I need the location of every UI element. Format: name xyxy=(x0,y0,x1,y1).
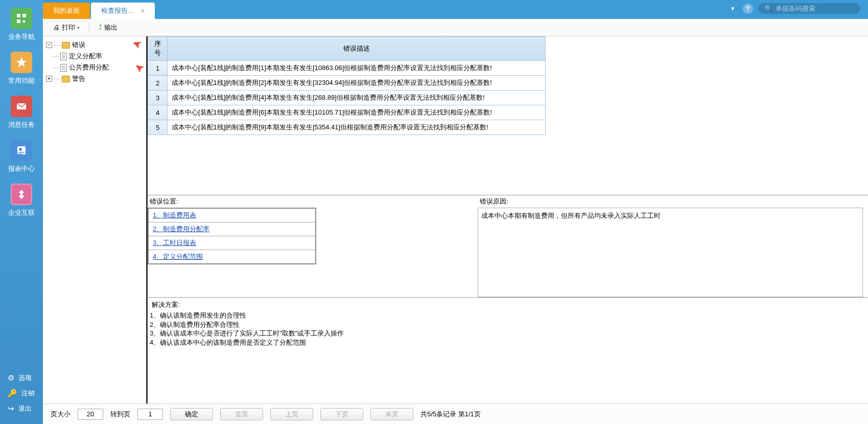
right-panel: 序号 错误描述 1成本中心[装配1线]的制造费用[1]本期发生有发生[10863… xyxy=(148,36,868,404)
close-icon[interactable]: × xyxy=(140,7,145,15)
svg-point-5 xyxy=(19,148,22,151)
goto-label: 转到页 xyxy=(110,410,130,419)
tab-report[interactable]: 检查报告…× xyxy=(91,3,155,19)
sidebar-label: 常用功能 xyxy=(8,76,35,85)
report-icon xyxy=(11,140,32,161)
bottom-exit[interactable]: ↪退出 xyxy=(0,401,43,416)
tree-panel: − 错误 定义分配率 公共费用分配 + 警告 xyxy=(43,36,148,404)
top-tabs: 我的桌面 检查报告…× ▾ ? 🔍 xyxy=(43,0,868,19)
nav-icon xyxy=(11,8,32,29)
solution-section: 解决方案: 1、确认该制造费用发生的合理性2、确认制造费用分配率合理性3、确认该… xyxy=(148,297,868,349)
connect-icon xyxy=(11,184,32,205)
svg-rect-0 xyxy=(17,14,20,17)
location-link[interactable]: 1、制造费用表 xyxy=(153,211,196,219)
sidebar-item-fav[interactable]: 常用功能 xyxy=(8,52,35,85)
mail-icon xyxy=(11,96,32,117)
exit-icon: ↪ xyxy=(8,404,14,413)
star-icon xyxy=(11,52,32,73)
goto-input[interactable] xyxy=(137,409,163,420)
bottom-options[interactable]: ⚙选项 xyxy=(0,370,43,386)
document-icon xyxy=(60,53,67,60)
next-page-button[interactable]: 下页 xyxy=(320,408,363,420)
tree-node-child2[interactable]: 公共费用分配 xyxy=(60,62,143,73)
printer-icon: 🖨 xyxy=(53,24,60,31)
footer-pager: 页大小 转到页 确定 首页 上页 下页 末页 共5/5条记录 第1/1页 xyxy=(43,404,868,424)
table-row[interactable]: 3成本中心[装配1线]的制造费用[4]本期发生有发生[268.89]但根据制造费… xyxy=(148,91,546,105)
last-page-button[interactable]: 末页 xyxy=(370,408,413,420)
search-icon: 🔍 xyxy=(764,5,772,12)
toolbar: 🖨 打印 ▾ ⤴ 输出 xyxy=(43,19,868,36)
left-sidebar: 业务导航 常用功能 消息任务 报表中心 企业互联 ⚙选项 🔑注销 ↪退出 xyxy=(0,0,43,424)
print-button[interactable]: 🖨 打印 ▾ xyxy=(49,21,84,34)
table-row[interactable]: 5成本中心[装配1线]的制造费用[9]本期发生有发生[5354.41]但根据制造… xyxy=(148,120,546,135)
sidebar-label: 业务导航 xyxy=(8,32,35,41)
export-button[interactable]: ⤴ 输出 xyxy=(95,21,122,34)
page-size-label: 页大小 xyxy=(51,410,71,419)
folder-icon xyxy=(62,76,70,82)
reason-box: 成本中心本期有制造费用，但所有产品均未录入实际人工工时 xyxy=(478,208,863,297)
mid-section: 错误位置: 1、制造费用表2、制造费用分配率3、工时日报表4、定义分配范围 错误… xyxy=(148,195,868,297)
tree-node-child1[interactable]: 定义分配率 xyxy=(60,51,143,62)
sidebar-label: 企业互联 xyxy=(8,208,35,217)
location-table: 1、制造费用表2、制造费用分配率3、工时日报表4、定义分配范围 xyxy=(148,208,316,264)
sidebar-item-nav[interactable]: 业务导航 xyxy=(8,8,35,41)
search-input[interactable] xyxy=(776,5,854,12)
page-size-input[interactable] xyxy=(78,409,103,420)
pager-info: 共5/5条记录 第1/1页 xyxy=(420,410,481,419)
table-row[interactable]: 1成本中心[装配1线]的制造费用[1]本期发生有发生[10863.06]但根据制… xyxy=(148,61,546,76)
error-table-wrap: 序号 错误描述 1成本中心[装配1线]的制造费用[1]本期发生有发生[10863… xyxy=(148,36,868,195)
reason-label: 错误原因: xyxy=(478,195,868,208)
tree-node-warn[interactable]: + 警告 xyxy=(46,73,143,84)
confirm-button[interactable]: 确定 xyxy=(170,408,213,420)
location-link[interactable]: 3、工时日报表 xyxy=(153,239,196,247)
location-link[interactable]: 4、定义分配范围 xyxy=(153,253,203,260)
first-page-button[interactable]: 首页 xyxy=(220,408,263,420)
chevron-down-icon[interactable]: ▾ xyxy=(731,5,735,12)
export-icon: ⤴ xyxy=(99,24,102,31)
sidebar-item-report[interactable]: 报表中心 xyxy=(8,140,35,173)
main-area: 🖨 打印 ▾ ⤴ 输出 − 错误 定义分配率 xyxy=(43,19,868,424)
collapse-icon[interactable]: − xyxy=(46,42,52,48)
solution-label: 解决方案: xyxy=(150,299,866,311)
search-box[interactable]: 🔍 xyxy=(758,3,860,14)
tab-desktop[interactable]: 我的桌面 xyxy=(43,3,90,19)
bottom-logout[interactable]: 🔑注销 xyxy=(0,386,43,401)
gear-icon: ⚙ xyxy=(8,373,14,383)
location-link[interactable]: 2、制造费用分配率 xyxy=(153,225,209,233)
sidebar-item-enterprise[interactable]: 企业互联 xyxy=(8,184,35,217)
separator xyxy=(89,23,89,32)
help-icon[interactable]: ? xyxy=(743,4,753,14)
error-table: 序号 错误描述 1成本中心[装配1线]的制造费用[1]本期发生有发生[10863… xyxy=(148,36,546,135)
svg-rect-6 xyxy=(18,152,25,153)
key-icon: 🔑 xyxy=(8,389,17,398)
sidebar-label: 报表中心 xyxy=(8,164,35,173)
folder-icon xyxy=(62,42,70,49)
col-desc: 错误描述 xyxy=(168,37,546,61)
col-seq: 序号 xyxy=(148,37,168,61)
svg-rect-1 xyxy=(22,14,26,17)
chevron-down-icon: ▾ xyxy=(77,25,80,30)
prev-page-button[interactable]: 上页 xyxy=(270,408,313,420)
sidebar-item-msg[interactable]: 消息任务 xyxy=(8,96,35,129)
svg-rect-2 xyxy=(17,19,20,23)
table-row[interactable]: 4成本中心[装配1线]的制造费用[6]本期发生有发生[10105.71]但根据制… xyxy=(148,105,546,120)
solution-lines: 1、确认该制造费用发生的合理性2、确认制造费用分配率合理性3、确认该成本中心是否… xyxy=(150,311,866,347)
document-icon xyxy=(60,64,67,72)
tree-node-error[interactable]: − 错误 xyxy=(46,39,143,51)
svg-rect-7 xyxy=(18,153,22,154)
location-label: 错误位置: xyxy=(148,195,475,208)
expand-icon[interactable]: + xyxy=(46,76,52,82)
sidebar-bottom: ⚙选项 🔑注销 ↪退出 xyxy=(0,370,43,424)
sidebar-label: 消息任务 xyxy=(8,120,35,129)
table-row[interactable]: 2成本中心[装配1线]的制造费用[2]本期发生有发生[32304.94]但根据制… xyxy=(148,76,546,91)
